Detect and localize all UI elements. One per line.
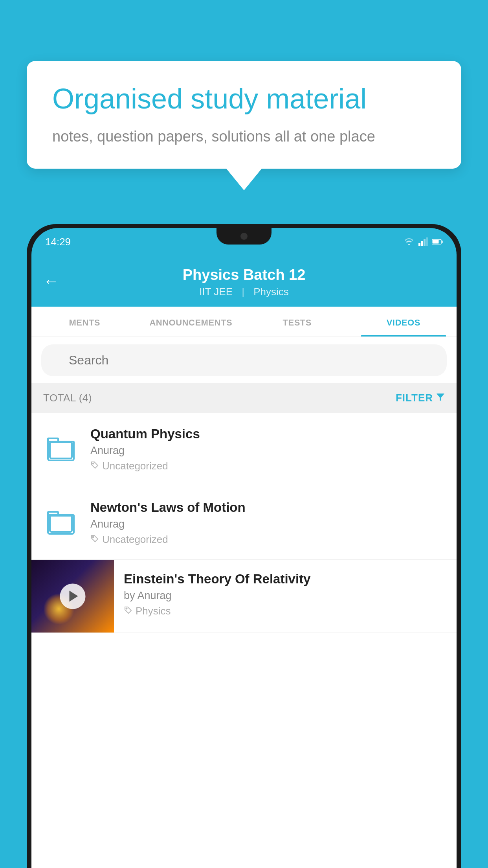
folder-front (49, 441, 73, 459)
header-title: Physics Batch 12 (45, 267, 443, 283)
folder-front-newton (49, 515, 73, 533)
item-author-quantum: Anurag (90, 445, 445, 457)
search-wrapper (41, 344, 447, 376)
svg-rect-2 (424, 239, 426, 246)
item-icon-newton (43, 511, 79, 535)
filter-bar: TOTAL (4) FILTER (31, 383, 457, 413)
play-button[interactable] (60, 583, 86, 609)
screen-content: ← Physics Batch 12 IIT JEE | Physics MEN… (31, 256, 457, 868)
tabs-bar: MENTS ANNOUNCEMENTS TESTS VIDEOS (31, 307, 457, 337)
speech-bubble-subtitle: notes, question papers, solutions all at… (52, 126, 436, 147)
search-input[interactable] (41, 344, 447, 376)
play-triangle-icon (70, 591, 78, 602)
search-container (31, 337, 457, 383)
signal-icon (418, 237, 428, 246)
tag-icon-quantum (90, 461, 99, 472)
phone-inner: 14:29 (31, 228, 457, 868)
folder-icon-quantum (47, 438, 75, 461)
folder-icon-newton (47, 511, 75, 535)
svg-rect-0 (418, 243, 420, 246)
item-tag-einstein: Physics (124, 605, 447, 617)
item-icon-quantum (43, 438, 79, 461)
tag-icon-newton (90, 534, 99, 545)
svg-rect-3 (426, 237, 428, 246)
header-subtitle: IIT JEE | Physics (45, 286, 443, 298)
list-item[interactable]: Quantum Physics Anurag Uncategorized (31, 413, 457, 486)
speech-bubble-title: Organised study material (52, 83, 436, 115)
speech-bubble-container: Organised study material notes, question… (27, 61, 461, 190)
item-author-einstein: by Anurag (124, 590, 447, 602)
back-button[interactable]: ← (43, 272, 59, 290)
phone-frame: 14:29 (27, 224, 461, 868)
content-area: Quantum Physics Anurag Uncategorized (31, 413, 457, 633)
svg-point-12 (126, 608, 127, 609)
filter-funnel-icon (436, 392, 445, 404)
item-tag-newton: Uncategorized (90, 533, 445, 546)
list-item[interactable]: Einstein's Theory Of Relativity by Anura… (31, 560, 457, 633)
svg-marker-9 (437, 394, 444, 401)
speech-bubble: Organised study material notes, question… (27, 61, 461, 169)
total-count: TOTAL (4) (43, 392, 92, 404)
notch (216, 228, 272, 245)
svg-rect-6 (442, 241, 443, 243)
wifi-icon (404, 237, 415, 246)
speech-bubble-arrow (226, 169, 262, 190)
tab-ments[interactable]: MENTS (31, 307, 138, 337)
tab-announcements[interactable]: ANNOUNCEMENTS (138, 307, 244, 337)
item-tag-quantum: Uncategorized (90, 460, 445, 472)
header-subtitle-part2: Physics (253, 286, 289, 298)
header-subtitle-part1: IIT JEE (199, 286, 233, 298)
item-info-einstein: Einstein's Theory Of Relativity by Anura… (114, 560, 457, 629)
thumbnail-container (31, 560, 114, 633)
svg-rect-5 (433, 240, 439, 244)
tag-icon-einstein (124, 606, 132, 617)
battery-icon (432, 239, 443, 245)
svg-point-10 (93, 463, 94, 464)
item-info-quantum: Quantum Physics Anurag Uncategorized (90, 427, 445, 472)
filter-button[interactable]: FILTER (396, 392, 445, 404)
app-header: ← Physics Batch 12 IIT JEE | Physics (31, 256, 457, 307)
header-subtitle-separator: | (242, 286, 244, 298)
item-author-newton: Anurag (90, 518, 445, 530)
svg-rect-1 (421, 241, 423, 246)
item-info-newton: Newton's Laws of Motion Anurag Uncategor… (90, 500, 445, 546)
tab-videos[interactable]: VIDEOS (350, 307, 457, 337)
tab-tests[interactable]: TESTS (244, 307, 350, 337)
filter-label: FILTER (396, 392, 433, 404)
svg-point-11 (93, 536, 94, 537)
status-icons (404, 237, 443, 246)
camera-dot (240, 233, 248, 240)
list-item[interactable]: Newton's Laws of Motion Anurag Uncategor… (31, 486, 457, 560)
status-bar: 14:29 (31, 228, 457, 256)
item-title-newton: Newton's Laws of Motion (90, 500, 445, 515)
item-title-einstein: Einstein's Theory Of Relativity (124, 572, 447, 587)
item-title-quantum: Quantum Physics (90, 427, 445, 441)
status-time: 14:29 (45, 236, 71, 248)
